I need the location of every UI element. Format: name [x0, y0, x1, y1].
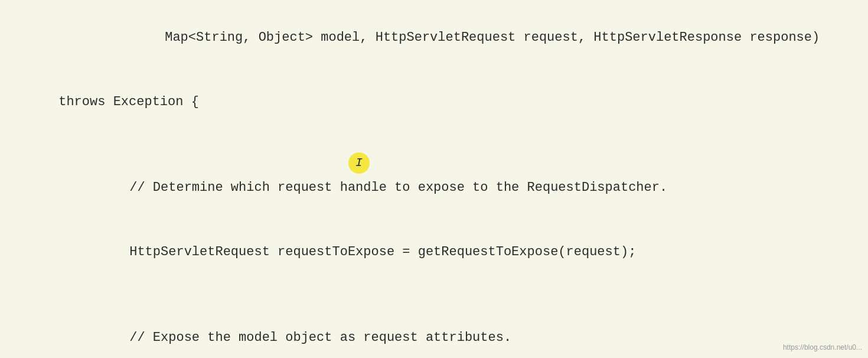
- code-line-7: // Expose the model object as request at…: [12, 306, 856, 358]
- code-line-5: HttpServletRequest requestToExpose = get…: [12, 220, 856, 285]
- watermark: https://blog.csdn.net/u0...: [783, 342, 862, 353]
- code-container: Map<String, Object> model, HttpServletRe…: [0, 0, 868, 358]
- line4-content: // Determine which request handle to exp…: [58, 180, 667, 195]
- cursor-highlight: I: [348, 152, 370, 174]
- code-block: Map<String, Object> model, HttpServletRe…: [12, 6, 856, 358]
- line2-content: throws Exception {: [58, 95, 199, 109]
- cursor-icon: I: [355, 154, 363, 173]
- code-line-2: throws Exception {: [12, 70, 856, 135]
- code-line-blank-2: [12, 285, 856, 306]
- line7-content: // Expose the model object as request at…: [58, 330, 511, 345]
- code-line-blank-1: [12, 135, 856, 156]
- line5-content: HttpServletRequest requestToExpose = get…: [58, 245, 636, 259]
- code-line-1: Map<String, Object> model, HttpServletRe…: [12, 6, 856, 70]
- code-line-4: // Determine which request handle to exp…: [12, 156, 856, 220]
- line1-content: Map<String, Object> model, HttpServletRe…: [58, 30, 820, 45]
